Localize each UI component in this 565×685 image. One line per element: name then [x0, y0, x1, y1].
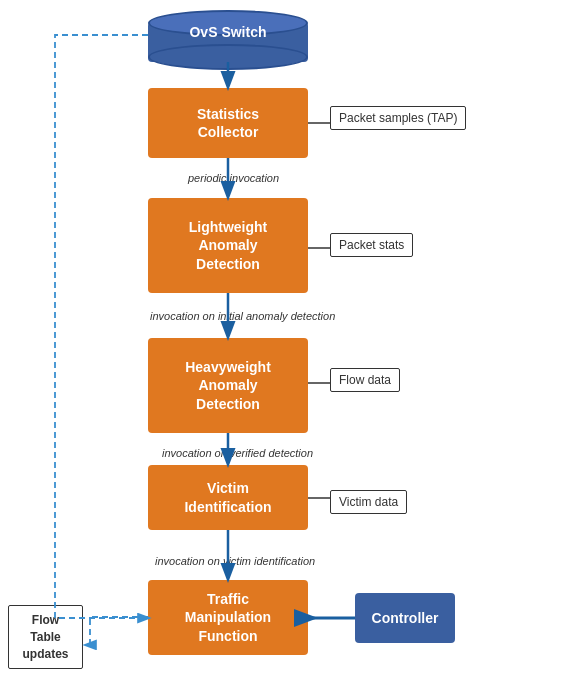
controller-box: Controller [355, 593, 455, 643]
lightweight-ad-label: LightweightAnomalyDetection [189, 218, 268, 273]
packet-stats-label: Packet stats [330, 233, 413, 257]
ovs-switch: OvS Switch [148, 10, 308, 70]
periodic-invocation-text: periodic invocation [188, 172, 279, 184]
flow-table-updates-label: FlowTableupdates [22, 613, 68, 661]
heavyweight-ad-box: HeavyweightAnomalyDetection [148, 338, 308, 433]
traffic-manipulation-box: TrafficManipulationFunction [148, 580, 308, 655]
verified-detection-text: invocation on verified detection [162, 447, 372, 459]
statistics-collector-box: StatisticsCollector [148, 88, 308, 158]
controller-label: Controller [372, 610, 439, 626]
flow-table-updates-box: FlowTableupdates [8, 605, 83, 669]
ovs-switch-label: OvS Switch [148, 24, 308, 40]
packet-samples-label: Packet samples (TAP) [330, 106, 466, 130]
victim-data-label: Victim data [330, 490, 407, 514]
initial-anomaly-text: invocation on initial anomaly detection [150, 310, 370, 322]
victim-identification-label: VictimIdentification [184, 479, 271, 515]
flow-data-label: Flow data [330, 368, 400, 392]
traffic-manipulation-label: TrafficManipulationFunction [185, 590, 271, 645]
statistics-collector-label: StatisticsCollector [197, 105, 259, 141]
heavyweight-ad-label: HeavyweightAnomalyDetection [185, 358, 271, 413]
lightweight-ad-box: LightweightAnomalyDetection [148, 198, 308, 293]
victim-identification-box: VictimIdentification [148, 465, 308, 530]
cylinder-bottom [148, 44, 308, 70]
victim-identification-annotation: invocation on victim identification [155, 555, 375, 567]
diagram: OvS Switch StatisticsCollector Lightweig… [0, 0, 565, 685]
